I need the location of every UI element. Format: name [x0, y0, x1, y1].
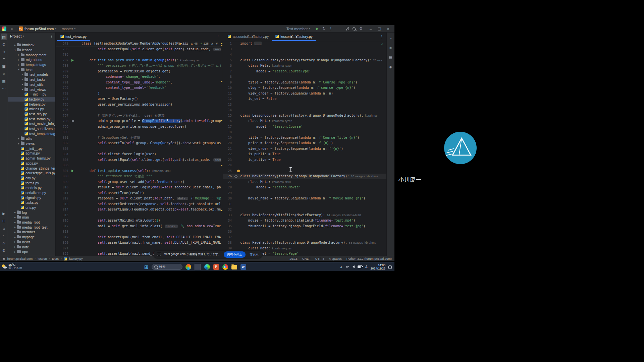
code-line[interactable]: 36: [223, 229, 386, 235]
status-item[interactable]: 26:15: [289, 257, 298, 260]
code-line[interactable]: 791 content_type__app_label='member',: [56, 80, 221, 85]
tree-item-test_models[interactable]: ▸test_models: [8, 72, 55, 77]
chevron-icon[interactable]: ▸: [17, 53, 20, 56]
run-icon[interactable]: ▶: [314, 26, 321, 32]
tree-item-lesson[interactable]: ▾lesson: [8, 48, 55, 53]
tree-item-t​asks.py[interactable]: t​asks.py: [8, 200, 55, 205]
code-line[interactable]: 803: [56, 146, 221, 152]
code-line[interactable]: 19 title = factory.Sequence(lambda n: f'…: [223, 135, 386, 141]
tree-item-media_root_test[interactable]: ▸media_root_test: [8, 225, 55, 230]
chevron-icon[interactable]: ▸: [21, 83, 24, 86]
inspection-mark[interactable]: [221, 81, 222, 82]
code-line[interactable]: 29: [223, 190, 386, 196]
chevron-icon[interactable]: ▸: [17, 63, 20, 66]
tree-item-factory.py[interactable]: factory.py: [8, 97, 55, 102]
code-line[interactable]: 812 response = self.client.post(self.pat…: [56, 196, 221, 201]
minimize-icon[interactable]: –: [366, 26, 375, 32]
tree-item-htmlcov[interactable]: ▸htmlcov: [8, 43, 55, 48]
code-line[interactable]: 802 self.assertIn(self.group, GroupQuery…: [56, 140, 221, 146]
code-line[interactable]: 796: [56, 107, 221, 113]
tree-item-urls.py[interactable]: urls.py: [8, 205, 55, 210]
volume-icon[interactable]: [353, 265, 355, 268]
chevron-icon[interactable]: ▸: [17, 58, 20, 61]
vcs-icon[interactable]: ⊗: [1, 247, 7, 254]
run-gutter-icon[interactable]: [71, 170, 74, 172]
tab-lesson¥...¥factory.py[interactable]: lesson¥...¥factory.py: [272, 33, 316, 41]
code-line[interactable]: 18: [223, 129, 386, 135]
code-line[interactable]: 818: [56, 229, 221, 235]
code-line[interactable]: 821: [56, 246, 221, 251]
chevron-icon[interactable]: ▸: [17, 137, 20, 140]
code-line[interactable]: 20 price = factory.Sequence(lambda n: f'…: [223, 140, 386, 146]
start-button[interactable]: ⊞: [144, 264, 149, 269]
code-line[interactable]: 8: [223, 74, 386, 80]
ime-indicator[interactable]: A: [365, 265, 368, 269]
inspection-item[interactable]: ∨: [216, 42, 218, 45]
find-icon[interactable]: ○: [1, 70, 7, 77]
run-tool-icon[interactable]: ▶: [1, 210, 7, 217]
tree-item-test_forms.py[interactable]: test_forms.py: [8, 116, 55, 121]
battery-icon[interactable]: [358, 265, 362, 268]
tree-item-test_templatetags.py[interactable]: test_templatetags.py: [8, 131, 55, 136]
chevron-icon[interactable]: ▸: [21, 73, 24, 76]
code-line[interactable]: 9 title = factory.Sequence(lambda n: f'C…: [223, 80, 386, 85]
code-line[interactable]: 14: [223, 107, 386, 113]
hide-bar-link[interactable]: 非表示: [248, 252, 260, 257]
tree-item-views[interactable]: ▸views: [8, 141, 55, 146]
tab-options-icon[interactable]: ⋮: [215, 34, 221, 40]
code-line[interactable]: 39 class Meta: kbrahma-ryzen: [223, 246, 386, 251]
code-line[interactable]: 30 movie_name = factory.Sequence(lambda …: [223, 196, 386, 201]
chevron-icon[interactable]: ▸: [13, 245, 17, 248]
tree-item-management[interactable]: ▸management: [8, 52, 55, 57]
code-line[interactable]: 10 slug = factory.Sequence(lambda n: f'c…: [223, 85, 386, 91]
code-line[interactable]: 7 model = 'lesson.CourseType': [223, 69, 386, 74]
no-problems-icon[interactable]: ✓: [381, 42, 384, 46]
breadcrumb-item[interactable]: forum.pc5bai.com: [7, 257, 33, 260]
tree-item-serializers.py[interactable]: serializers.py: [8, 190, 55, 195]
status-item[interactable]: Python 3.12 (forum.pc5bai.com): [346, 257, 392, 260]
project-icon[interactable]: ▤: [1, 34, 7, 40]
tree-item-signals.py[interactable]: signals.py: [8, 195, 55, 200]
code-line[interactable]: 800: [56, 129, 221, 135]
code-line[interactable]: 15class LessonCourseFactory(factory.djan…: [223, 113, 386, 119]
code-line[interactable]: 12 is_set = False: [223, 96, 386, 102]
code-line[interactable]: 31: [223, 201, 386, 207]
project-panel-header[interactable]: Project ▾ ⋮: [8, 33, 55, 40]
tree-item-note[interactable]: ▸note: [8, 244, 55, 249]
tab-test_views.py[interactable]: test_views.py: [57, 33, 90, 41]
tree-item-admin_forms.py[interactable]: admin_forms.py: [8, 156, 55, 161]
code-line[interactable]: 22 is_public = True: [223, 152, 386, 157]
inspection-item[interactable]: ∧: [211, 42, 213, 45]
run-config-selector[interactable]: Test member ▾: [285, 26, 312, 31]
code-line[interactable]: 6 class Meta: kbrahma-ryzen: [223, 63, 386, 69]
chevron-icon[interactable]: ▸: [17, 142, 20, 145]
project-widget[interactable]: FC forum.pc5bai.com ▾: [17, 26, 58, 31]
chevron-icon[interactable]: ▸: [13, 216, 17, 219]
breadcrumb-item[interactable]: tests: [52, 257, 59, 260]
code-line[interactable]: 785 self.assertEqual(self.client.get(sel…: [56, 47, 221, 52]
inspection-mark[interactable]: [221, 43, 222, 44]
chevron-icon[interactable]: ▸: [13, 236, 17, 239]
code-with-me-icon[interactable]: [344, 26, 351, 32]
problems-icon[interactable]: ⚠: [1, 240, 7, 246]
stop-sharing-button[interactable]: 共有を停止: [224, 251, 246, 258]
tree-item-admin.py[interactable]: admin.py: [8, 151, 55, 156]
code-line[interactable]: 787 def test_has_perm_user_in_admin_grou…: [56, 58, 221, 63]
tree-item-tests[interactable]: ▾tests: [8, 67, 55, 72]
code-line[interactable]: 788 """ permission を有しているユーザは group を管理し…: [56, 63, 221, 69]
edge-icon[interactable]: [204, 264, 210, 270]
inspection-mark[interactable]: [221, 210, 222, 211]
tree-item-test_serializers.py[interactable]: test_serializers.py: [8, 126, 55, 131]
inspection-mark[interactable]: [221, 45, 222, 46]
close-icon[interactable]: ×: [384, 26, 392, 32]
code-line[interactable]: 808 """ feedback_user で更新 """: [56, 174, 221, 179]
code-line[interactable]: 810 result = self.client.login(email=sel…: [56, 185, 221, 190]
code-line[interactable]: 32: [223, 207, 386, 213]
notifications-icon[interactable]: ◔: [387, 35, 394, 42]
chevron-icon[interactable]: ▸: [13, 240, 17, 243]
code-line[interactable]: 820 self.assertEqual(mail.from_name, sel…: [56, 240, 221, 246]
code-line[interactable]: 807 def test_update_success(self): kbrah…: [56, 168, 221, 174]
code-line[interactable]: 35 thumbnail = factory.django.ImageField…: [223, 224, 386, 229]
code-line[interactable]: 799 admin_group_profile.group.user_set.a…: [56, 124, 221, 130]
main-menu-icon[interactable]: ≡: [8, 26, 15, 32]
